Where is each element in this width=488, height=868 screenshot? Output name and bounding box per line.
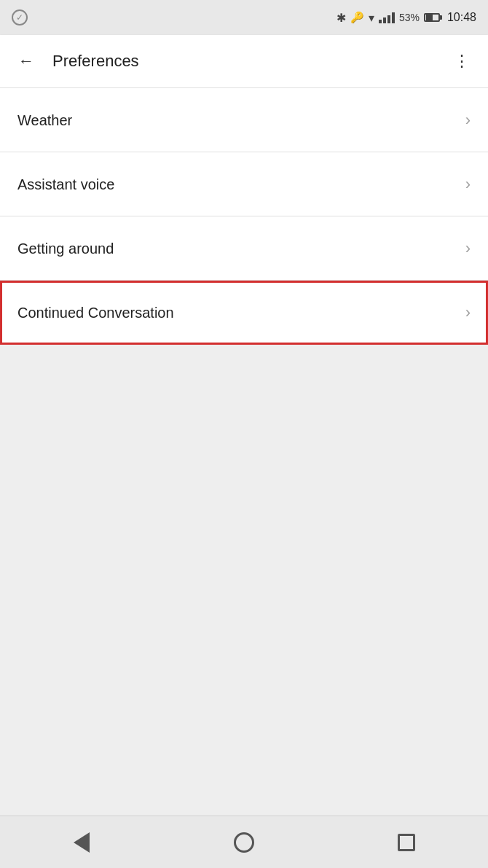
back-arrow-icon: ← — [18, 52, 34, 71]
content-area — [0, 345, 488, 816]
back-button[interactable]: ← — [12, 47, 41, 76]
page-title: Preferences — [52, 52, 447, 71]
nav-recents-button[interactable] — [385, 821, 428, 864]
settings-item-assistant-voice[interactable]: Assistant voice › — [0, 152, 488, 216]
nav-back-icon — [74, 832, 90, 853]
settings-item-label: Weather — [17, 112, 72, 129]
status-bar-left — [12, 9, 28, 26]
status-bar: ✱ 🔑 ▾ 53% 10:48 — [0, 0, 488, 35]
task-manager-icon — [12, 9, 28, 26]
overflow-dots-icon: ⋮ — [454, 52, 470, 71]
battery-percent: 53% — [399, 12, 420, 23]
signal-icon — [379, 12, 395, 23]
overflow-menu-button[interactable]: ⋮ — [447, 47, 476, 76]
battery-icon — [424, 13, 440, 22]
nav-recents-icon — [398, 834, 415, 851]
settings-item-continued-conversation[interactable]: Continued Conversation › — [0, 281, 488, 345]
wifi-icon: ▾ — [369, 11, 374, 25]
chevron-right-icon: › — [465, 303, 471, 322]
nav-bar — [0, 816, 488, 868]
status-bar-right: ✱ 🔑 ▾ 53% 10:48 — [337, 11, 476, 25]
settings-item-label: Assistant voice — [17, 176, 114, 193]
settings-list: Weather › Assistant voice › Getting arou… — [0, 88, 488, 345]
settings-item-label: Continued Conversation — [17, 305, 174, 321]
nav-back-button[interactable] — [60, 821, 103, 864]
settings-item-getting-around[interactable]: Getting around › — [0, 216, 488, 281]
nav-home-icon — [234, 832, 254, 853]
app-bar: ← Preferences ⋮ — [0, 35, 488, 87]
bluetooth-icon: ✱ — [337, 11, 346, 25]
clock: 10:48 — [447, 11, 476, 24]
chevron-right-icon: › — [465, 175, 471, 194]
settings-item-weather[interactable]: Weather › — [0, 88, 488, 152]
chevron-right-icon: › — [465, 111, 471, 130]
settings-item-label: Getting around — [17, 241, 114, 257]
chevron-right-icon: › — [465, 239, 471, 258]
nav-home-button[interactable] — [222, 821, 266, 864]
vpn-icon: 🔑 — [350, 11, 364, 24]
